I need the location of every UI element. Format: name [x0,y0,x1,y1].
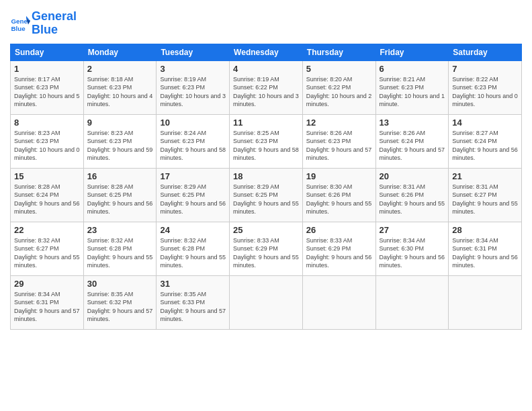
svg-text:Blue: Blue [11,24,26,32]
day-number: 28 [452,225,518,235]
weekday-header: Tuesday [157,44,230,60]
day-info: Sunrise: 8:22 AM Sunset: 6:23 PM Dayligh… [452,75,518,109]
calendar-cell: 18 Sunrise: 8:29 AM Sunset: 6:25 PM Dayl… [230,168,303,222]
day-number: 8 [14,118,80,128]
calendar-cell: 3 Sunrise: 8:19 AM Sunset: 6:23 PM Dayli… [157,60,230,114]
day-number: 1 [14,64,80,74]
day-number: 14 [452,118,518,128]
calendar-cell: 4 Sunrise: 8:19 AM Sunset: 6:22 PM Dayli… [230,60,303,114]
day-number: 23 [87,225,153,235]
day-info: Sunrise: 8:27 AM Sunset: 6:24 PM Dayligh… [452,129,518,163]
day-number: 30 [87,279,153,289]
calendar-header-row: SundayMondayTuesdayWednesdayThursdayFrid… [11,44,522,60]
weekday-header: Wednesday [230,44,303,60]
day-info: Sunrise: 8:31 AM Sunset: 6:26 PM Dayligh… [380,183,445,216]
weekday-header: Friday [375,44,449,60]
day-number: 31 [160,279,226,289]
day-number: 19 [306,171,372,181]
calendar-cell: 12 Sunrise: 8:26 AM Sunset: 6:23 PM Dayl… [302,114,375,168]
day-info: Sunrise: 8:19 AM Sunset: 6:22 PM Dayligh… [233,75,299,109]
calendar-cell: 27 Sunrise: 8:34 AM Sunset: 6:30 PM Dayl… [375,222,449,275]
day-info: Sunrise: 8:25 AM Sunset: 6:23 PM Dayligh… [233,129,299,163]
day-info: Sunrise: 8:28 AM Sunset: 6:25 PM Dayligh… [87,183,153,216]
weekday-header: Monday [83,44,157,60]
calendar-cell: 28 Sunrise: 8:34 AM Sunset: 6:31 PM Dayl… [449,222,522,275]
day-number: 24 [160,225,226,235]
calendar-cell: 24 Sunrise: 8:32 AM Sunset: 6:28 PM Dayl… [157,222,230,275]
day-number: 16 [87,171,153,181]
calendar-cell: 1 Sunrise: 8:17 AM Sunset: 6:23 PM Dayli… [11,60,84,114]
day-info: Sunrise: 8:23 AM Sunset: 6:23 PM Dayligh… [87,129,153,163]
day-number: 26 [306,225,372,235]
calendar-cell: 25 Sunrise: 8:33 AM Sunset: 6:29 PM Dayl… [230,222,303,275]
calendar-cell: 19 Sunrise: 8:30 AM Sunset: 6:26 PM Dayl… [302,168,375,222]
header: General Blue General Blue [10,10,522,37]
day-info: Sunrise: 8:21 AM Sunset: 6:23 PM Dayligh… [380,75,445,109]
calendar-cell: 17 Sunrise: 8:29 AM Sunset: 6:25 PM Dayl… [157,168,230,222]
day-number: 4 [233,64,299,74]
day-number: 12 [306,118,372,128]
day-number: 20 [380,171,445,181]
calendar-cell: 16 Sunrise: 8:28 AM Sunset: 6:25 PM Dayl… [83,168,157,222]
day-number: 17 [160,171,226,181]
calendar-cell: 29 Sunrise: 8:34 AM Sunset: 6:31 PM Dayl… [11,275,84,329]
day-info: Sunrise: 8:34 AM Sunset: 6:31 PM Dayligh… [452,236,518,270]
day-number: 21 [452,171,518,181]
day-number: 27 [380,225,445,235]
calendar-cell: 21 Sunrise: 8:31 AM Sunset: 6:27 PM Dayl… [449,168,522,222]
day-info: Sunrise: 8:26 AM Sunset: 6:23 PM Dayligh… [306,129,372,163]
calendar-cell: 13 Sunrise: 8:26 AM Sunset: 6:24 PM Dayl… [375,114,449,168]
calendar-cell: 23 Sunrise: 8:32 AM Sunset: 6:28 PM Dayl… [83,222,157,275]
weekday-header: Thursday [302,44,375,60]
calendar-cell [302,275,375,329]
day-info: Sunrise: 8:24 AM Sunset: 6:23 PM Dayligh… [160,129,226,163]
calendar-cell: 5 Sunrise: 8:20 AM Sunset: 6:22 PM Dayli… [302,60,375,114]
page-container: General Blue General Blue SundayMondayTu… [0,0,532,336]
day-number: 15 [14,171,80,181]
weekday-header: Saturday [449,44,522,60]
calendar-week-row: 1 Sunrise: 8:17 AM Sunset: 6:23 PM Dayli… [11,60,522,114]
day-info: Sunrise: 8:19 AM Sunset: 6:23 PM Dayligh… [160,75,226,109]
calendar-week-row: 29 Sunrise: 8:34 AM Sunset: 6:31 PM Dayl… [11,275,522,329]
logo-text: General Blue [32,10,77,37]
calendar-cell: 11 Sunrise: 8:25 AM Sunset: 6:23 PM Dayl… [230,114,303,168]
day-info: Sunrise: 8:26 AM Sunset: 6:24 PM Dayligh… [380,129,445,163]
day-info: Sunrise: 8:34 AM Sunset: 6:31 PM Dayligh… [14,290,80,324]
day-number: 11 [233,118,299,128]
day-info: Sunrise: 8:18 AM Sunset: 6:23 PM Dayligh… [87,75,153,109]
day-number: 10 [160,118,226,128]
day-info: Sunrise: 8:29 AM Sunset: 6:25 PM Dayligh… [233,183,299,216]
day-number: 25 [233,225,299,235]
weekday-header: Sunday [11,44,84,60]
day-info: Sunrise: 8:34 AM Sunset: 6:30 PM Dayligh… [380,236,445,270]
day-info: Sunrise: 8:35 AM Sunset: 6:32 PM Dayligh… [87,290,153,324]
day-info: Sunrise: 8:31 AM Sunset: 6:27 PM Dayligh… [452,183,518,216]
calendar-cell: 10 Sunrise: 8:24 AM Sunset: 6:23 PM Dayl… [157,114,230,168]
calendar-week-row: 8 Sunrise: 8:23 AM Sunset: 6:23 PM Dayli… [11,114,522,168]
calendar-cell: 8 Sunrise: 8:23 AM Sunset: 6:23 PM Dayli… [11,114,84,168]
calendar-week-row: 15 Sunrise: 8:28 AM Sunset: 6:24 PM Dayl… [11,168,522,222]
calendar-cell: 30 Sunrise: 8:35 AM Sunset: 6:32 PM Dayl… [83,275,157,329]
calendar-table: SundayMondayTuesdayWednesdayThursdayFrid… [10,44,522,330]
day-number: 6 [380,64,445,74]
calendar-cell: 9 Sunrise: 8:23 AM Sunset: 6:23 PM Dayli… [83,114,157,168]
calendar-cell: 7 Sunrise: 8:22 AM Sunset: 6:23 PM Dayli… [449,60,522,114]
logo: General Blue General Blue [10,10,77,37]
day-info: Sunrise: 8:20 AM Sunset: 6:22 PM Dayligh… [306,75,372,109]
day-info: Sunrise: 8:32 AM Sunset: 6:27 PM Dayligh… [14,236,80,270]
day-info: Sunrise: 8:32 AM Sunset: 6:28 PM Dayligh… [160,236,226,270]
logo-icon: General Blue [10,13,30,34]
day-info: Sunrise: 8:29 AM Sunset: 6:25 PM Dayligh… [160,183,226,216]
day-info: Sunrise: 8:35 AM Sunset: 6:33 PM Dayligh… [160,290,226,324]
day-info: Sunrise: 8:28 AM Sunset: 6:24 PM Dayligh… [14,183,80,216]
day-number: 2 [87,64,153,74]
calendar-cell [230,275,303,329]
calendar-cell: 26 Sunrise: 8:33 AM Sunset: 6:29 PM Dayl… [302,222,375,275]
day-number: 13 [380,118,445,128]
calendar-cell: 15 Sunrise: 8:28 AM Sunset: 6:24 PM Dayl… [11,168,84,222]
day-info: Sunrise: 8:32 AM Sunset: 6:28 PM Dayligh… [87,236,153,270]
day-info: Sunrise: 8:33 AM Sunset: 6:29 PM Dayligh… [233,236,299,270]
calendar-cell [449,275,522,329]
calendar-cell: 6 Sunrise: 8:21 AM Sunset: 6:23 PM Dayli… [375,60,449,114]
calendar-cell: 22 Sunrise: 8:32 AM Sunset: 6:27 PM Dayl… [11,222,84,275]
